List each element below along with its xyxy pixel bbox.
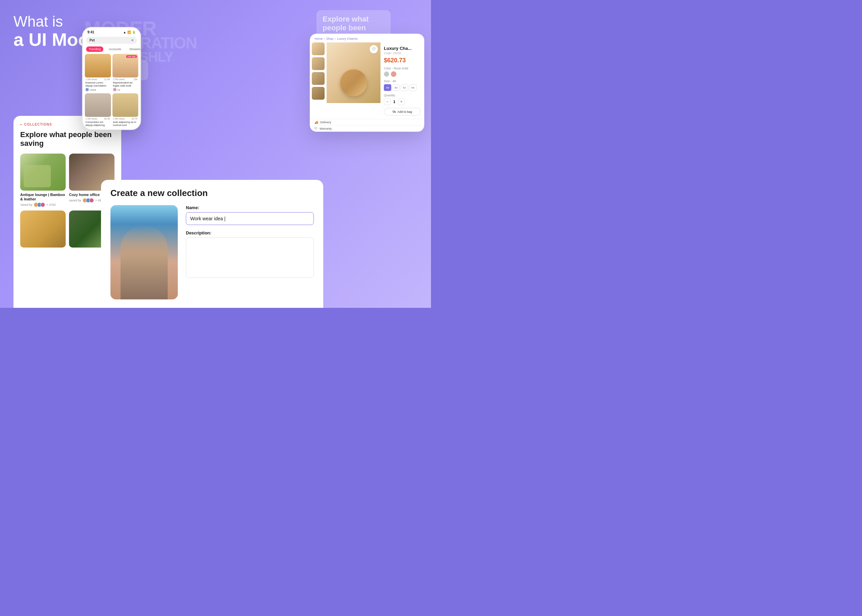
vid-badge-1: new app (126, 55, 137, 58)
avatar-6 (89, 198, 94, 203)
vid-views-0: 1.5M views (86, 78, 97, 80)
vid-title-0: Euismod Lorem aliquip exercitation (86, 81, 110, 87)
vid-author-0: Laura (86, 88, 110, 91)
video-card-1[interactable]: new app 1.5M views 15K Reprehenderit ad … (112, 54, 138, 92)
collection-image-bag (20, 211, 66, 248)
warranty-label: Warranty (320, 127, 332, 130)
vid-info-3: Aute adipiscing ea in nostrud sunt (112, 120, 138, 127)
quantity-control: − 1 + (384, 98, 421, 105)
nc-name-input[interactable] (186, 212, 314, 225)
nc-description-textarea[interactable] (186, 237, 314, 278)
collection-item-bag[interactable] (20, 211, 66, 250)
size-buttons: 48 50 52 54 (384, 84, 421, 91)
delivery-label: Delivery (320, 121, 331, 124)
ecom-content: ♡ Luxury Cha... Code: 78205 $620.73 Colo… (310, 42, 424, 119)
vid-title-3: Aute adipiscing ea in nostrud sunt (113, 121, 138, 127)
color-label: Color - Rose Gold (384, 67, 421, 70)
nc-person-image (110, 205, 178, 299)
collection-item-lounge[interactable]: Antique lounge | Bamboo & leather saved … (20, 154, 66, 207)
ecom-thumb-4[interactable] (312, 87, 325, 100)
vid-stats-0: 1.5M views 12.9K (85, 77, 111, 80)
size-btn-50[interactable]: 50 (392, 84, 400, 91)
video-card-2[interactable]: 1.5M views 36.3K Consectetur est aliquip… (85, 93, 111, 127)
collection-name-lounge: Antique lounge | Bamboo & leather (20, 193, 66, 201)
vid-likes-1: 15K (133, 78, 137, 80)
wishlist-button[interactable]: ♡ (370, 45, 378, 53)
vid-avatar-1 (113, 88, 116, 91)
ecom-thumbnails (310, 42, 327, 119)
ecom-details: Luxury Cha... Code: 78205 $620.73 Color … (380, 42, 424, 119)
vid-avatar-0 (86, 88, 89, 91)
collection-image-lounge (20, 154, 66, 191)
phone-tab-streaming[interactable]: Streaming (127, 47, 140, 52)
collections-title: Explore what people been saving (20, 130, 115, 148)
new-collection-panel: Create a new collection Name: Descriptio… (101, 180, 323, 308)
warranty-icon: 🛡 (314, 127, 317, 130)
ecom-main-image: ♡ (327, 42, 380, 103)
ecom-thumb-1[interactable] (312, 42, 325, 55)
size-btn-52[interactable]: 52 (401, 84, 408, 91)
warranty-row: 🛡 Warranty (310, 125, 424, 132)
breadcrumb-home[interactable]: Home (314, 37, 323, 41)
size-btn-48[interactable]: 48 (384, 84, 391, 91)
quantity-increase[interactable]: + (398, 98, 405, 105)
vid-stats-3: 1.5M views 29.7K (112, 117, 138, 120)
color-swatch-rose[interactable] (391, 71, 396, 77)
ecom-thumb-2[interactable] (312, 57, 325, 70)
nc-person-figure (121, 225, 168, 299)
nc-content: Name: Description: (110, 205, 314, 299)
avatar-group-lounge (34, 203, 45, 207)
video-thumb-3 (112, 93, 138, 117)
vid-author-1: Liz (113, 88, 138, 91)
nc-description-label: Description: (186, 230, 314, 236)
size-label: Size - 48 (384, 80, 421, 83)
nc-form: Name: Description: (186, 205, 314, 299)
product-code: Code: 78205 (384, 52, 421, 55)
phone-status-bar: 9:41 ▲ 📶 🔋 (83, 28, 140, 35)
phone-tab-trending[interactable]: Trending (86, 47, 104, 52)
vid-author-name-1: Liz (117, 89, 120, 91)
phone-search-bar[interactable]: Pet ✕ (86, 37, 137, 44)
collection-meta-lounge: saved by + 4782 (20, 203, 66, 207)
size-btn-54[interactable]: 54 (409, 84, 416, 91)
product-price: $620.73 (384, 57, 421, 64)
video-card-0[interactable]: 1.5M views 12.9K Euismod Lorem aliquip e… (85, 54, 111, 92)
video-card-3[interactable]: 1.5M views 29.7K Aute adipiscing ea in n… (112, 93, 138, 127)
vid-title-2: Consectetur est aliquip adipiscing (86, 121, 110, 127)
video-thumb-2 (85, 93, 111, 117)
product-name: Luxury Cha... (384, 46, 421, 51)
nc-title: Create a new collection (110, 188, 314, 198)
ecom-thumb-3[interactable] (312, 72, 325, 85)
quantity-value: 1 (393, 100, 395, 104)
vid-info-2: Consectetur est aliquip adipiscing (85, 120, 111, 127)
phone-time: 9:41 (88, 30, 94, 34)
phone-videos-grid: 1.5M views 12.9K Euismod Lorem aliquip e… (83, 54, 140, 129)
vid-title-1: Reprehenderit ad fugiat nulla molit (113, 81, 138, 87)
collections-grid: Antique lounge | Bamboo & leather saved … (20, 154, 115, 250)
phone-mockup: 9:41 ▲ 📶 🔋 Pet ✕ Trending Accounts Strea… (82, 27, 141, 130)
video-thumb-0 (85, 54, 111, 77)
avatar-3 (41, 203, 45, 207)
vid-author-name-0: Laura (90, 89, 96, 91)
breadcrumb-luxury-charms[interactable]: Luxury Charms (337, 37, 358, 41)
vid-views-3: 1.5M views (113, 118, 125, 120)
ecommerce-panel: Home › Shop › Luxury Charms ♡ Luxury Cha… (310, 34, 424, 132)
phone-close-icon[interactable]: ✕ (131, 38, 133, 42)
quantity-decrease[interactable]: − (384, 98, 391, 105)
add-to-bag-button[interactable]: Add to bag (384, 108, 421, 116)
nc-name-label: Name: (186, 205, 314, 210)
delivery-row: 🚚 Delivery (310, 119, 424, 125)
breadcrumb-shop[interactable]: Shop (326, 37, 333, 41)
phone-status-icons: ▲ 📶 🔋 (123, 31, 136, 34)
phone-tabs: Trending Accounts Streaming Audio (83, 45, 140, 54)
color-swatches (384, 71, 421, 77)
phone-tab-accounts[interactable]: Accounts (106, 47, 124, 52)
vid-likes-2: 36.3K (104, 118, 110, 120)
vid-info-1: Reprehenderit ad fugiat nulla molit Liz (112, 80, 138, 92)
ecom-breadcrumb: Home › Shop › Luxury Charms (310, 34, 424, 42)
vid-views-1: 1.5M views (113, 78, 125, 80)
avatar-group-office (83, 198, 94, 203)
color-swatch-silver[interactable] (384, 71, 389, 77)
vid-stats-1: 1.5M views 15K (112, 77, 138, 80)
vid-stats-2: 1.5M views 36.3K (85, 117, 111, 120)
